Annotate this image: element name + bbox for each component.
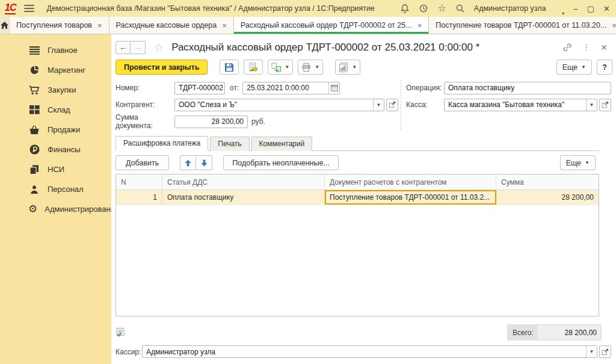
- sidebar-item-zakupki[interactable]: Закупки: [0, 80, 111, 100]
- current-user[interactable]: Администратор узла: [474, 4, 546, 13]
- table-empty-area: [116, 205, 599, 316]
- open-cashier-icon[interactable]: [599, 345, 611, 358]
- move-row-down-button[interactable]: [196, 155, 212, 170]
- cashier-field[interactable]: Администратор узла: [143, 346, 586, 357]
- tab-postupleniya-tovarov[interactable]: Поступления товаров ×: [10, 17, 109, 34]
- section-sidebar: Главное Маркетинг Закупки Склад Продажи: [0, 34, 111, 364]
- cart-icon: [28, 85, 40, 96]
- sidebar-item-sklad[interactable]: Склад: [0, 100, 111, 120]
- total-value: 28 200,00: [537, 325, 600, 339]
- create-based-on-button[interactable]: ▼: [268, 60, 293, 75]
- sidebar-item-prodazhi[interactable]: Продажи: [0, 120, 111, 140]
- table-row[interactable]: 1 Оплата поставщику Поступление товаров …: [116, 190, 599, 205]
- contractor-field-group: ООО "Слеза и Ъ" ▼: [174, 99, 384, 111]
- arrow-up-icon: [185, 159, 191, 167]
- chevron-down-icon[interactable]: ▼: [586, 99, 597, 111]
- chevron-down-icon[interactable]: ▼: [586, 346, 597, 357]
- forward-button[interactable]: →: [131, 41, 146, 54]
- print-button[interactable]: ▼: [298, 60, 323, 75]
- 1c-logo: 1С: [5, 3, 16, 14]
- tab-postuplenie-tovarov-doc[interactable]: Поступление товаров ТДРТ-000001 от 11.03…: [429, 17, 616, 34]
- open-cash-icon[interactable]: [599, 99, 611, 111]
- sidebar-item-personal[interactable]: Персонал: [0, 179, 111, 199]
- dropdown-caret-icon: ▼: [581, 64, 586, 70]
- tab-rashodnyi-kassovyi-order-active[interactable]: Расходный кассовый ордер ТДРТ-000002 от …: [234, 17, 429, 34]
- amount-field[interactable]: 28 200,00: [174, 116, 248, 128]
- number-field[interactable]: ТДРТ-000002: [174, 82, 225, 94]
- ruble-circle-icon: [28, 144, 40, 155]
- sidebar-item-glavnoe[interactable]: Главное: [0, 40, 111, 60]
- tab-rashodnye-kassovye-ordera[interactable]: Расходные кассовые ордера ×: [109, 17, 234, 34]
- history-icon[interactable]: [419, 4, 428, 13]
- post-and-close-button[interactable]: Провести и закрыть: [116, 60, 208, 75]
- favorites-star-icon[interactable]: ☆: [437, 4, 446, 13]
- favorite-star-icon[interactable]: ☆: [154, 42, 164, 53]
- home-tab[interactable]: [0, 17, 10, 34]
- cash-field[interactable]: Касса магазина "Бытовая техника": [445, 99, 586, 111]
- maximize-button[interactable]: ▢: [587, 5, 594, 13]
- column-header-amount[interactable]: Сумма: [496, 174, 599, 190]
- tab-payment-breakdown[interactable]: Расшифровка платежа: [116, 136, 208, 151]
- service-menu-icon[interactable]: ▼: [555, 6, 565, 11]
- get-link-icon[interactable]: [562, 43, 572, 52]
- search-icon[interactable]: [455, 4, 465, 13]
- app-title: Демонстрационная база /Магазин "Бытовая …: [46, 4, 374, 13]
- form-more-button[interactable]: Еще ▼: [556, 60, 592, 75]
- contractor-field[interactable]: ООО "Слеза и Ъ": [175, 99, 373, 111]
- table-more-button[interactable]: Еще ▼: [560, 155, 596, 170]
- date-field[interactable]: 25.03.2021 0:00:00: [243, 82, 328, 94]
- reports-button[interactable]: ▼: [335, 60, 360, 75]
- document-posted-icon: [116, 327, 126, 338]
- post-document-icon: [248, 63, 258, 72]
- create-based-on-icon: [271, 63, 281, 72]
- document-form: ← → ☆ Расходный кассовый ордер ТДРТ-0000…: [111, 34, 616, 364]
- sidebar-item-administrirovanie[interactable]: ⚙ Администрирование: [0, 199, 111, 219]
- total-panel: Всего: 28 200,00: [507, 324, 602, 341]
- form-title: Расходный кассовый ордер ТДРТ-000002 от …: [171, 42, 479, 54]
- close-tab-icon[interactable]: ×: [417, 22, 422, 29]
- cell-amount[interactable]: 28 200,00: [496, 190, 599, 205]
- arrow-down-icon: [201, 159, 208, 167]
- close-tab-icon[interactable]: ×: [222, 22, 227, 29]
- post-document-button[interactable]: [244, 60, 263, 75]
- sidebar-item-finansy[interactable]: Финансы: [0, 140, 111, 159]
- tab-label: Расходный кассовый ордер ТДРТ-000002 от …: [241, 21, 412, 29]
- help-button[interactable]: ?: [597, 60, 612, 75]
- column-header-settlement-doc[interactable]: Документ расчетов с контрагентом: [325, 174, 496, 190]
- tab-print[interactable]: Печать: [210, 137, 249, 151]
- table-header: N Статья ДДС Документ расчетов с контраг…: [116, 174, 599, 190]
- more-actions-icon[interactable]: ⋮: [582, 43, 590, 52]
- move-row-up-button[interactable]: [180, 155, 196, 170]
- cell-row-number[interactable]: 1: [116, 190, 162, 205]
- close-tab-icon[interactable]: ×: [97, 22, 102, 29]
- open-contractor-icon[interactable]: [386, 99, 398, 111]
- calendar-icon[interactable]: [328, 82, 339, 94]
- close-form-icon[interactable]: ✕: [600, 43, 608, 52]
- back-button[interactable]: ←: [116, 41, 131, 54]
- chevron-down-icon[interactable]: ▼: [373, 99, 384, 111]
- cell-dds-item[interactable]: Оплата поставщику: [162, 190, 325, 205]
- gear-icon: ⚙: [28, 204, 37, 215]
- main-menu-button[interactable]: [24, 5, 34, 12]
- sidebar-item-label: Администрирование: [45, 205, 119, 214]
- cell-settlement-doc-focused[interactable]: Поступление товаров ТДРТ-000001 от 11.03…: [325, 190, 496, 205]
- close-app-button[interactable]: ✕: [603, 5, 610, 13]
- sidebar-item-marketing[interactable]: Маркетинг: [0, 60, 111, 80]
- tab-comment[interactable]: Комментарий: [251, 137, 313, 151]
- payment-breakdown-table: N Статья ДДС Документ расчетов с контраг…: [116, 174, 599, 316]
- pick-unpaid-button[interactable]: Подобрать неоплаченные...: [223, 155, 339, 170]
- sidebar-item-nsi[interactable]: НСИ: [0, 159, 111, 179]
- minimize-button[interactable]: –: [574, 5, 578, 13]
- save-button[interactable]: [220, 60, 239, 75]
- sidebar-item-label: Персонал: [48, 185, 84, 194]
- printer-icon: [301, 63, 311, 72]
- tab-label: Поступление товаров ТДРТ-000001 от 11.03…: [436, 21, 606, 29]
- notifications-bell-icon[interactable]: [400, 4, 410, 13]
- column-header-dds[interactable]: Статья ДДС: [162, 174, 325, 190]
- operation-label: Операция:: [406, 84, 444, 92]
- add-row-button[interactable]: Добавить: [116, 155, 169, 170]
- operation-field[interactable]: Оплата поставщику: [444, 82, 611, 94]
- more-label: Еще: [566, 159, 581, 167]
- close-tab-icon[interactable]: ×: [612, 22, 616, 29]
- column-header-n[interactable]: N: [116, 174, 162, 190]
